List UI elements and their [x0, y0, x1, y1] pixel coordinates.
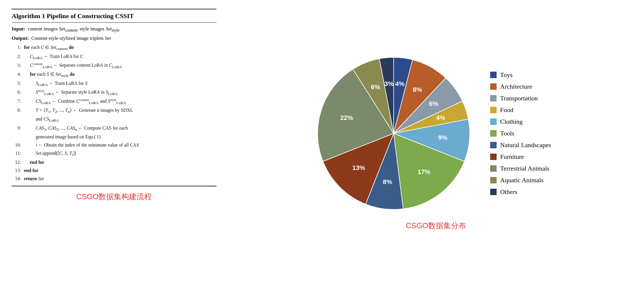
algorithm-input: Input: content images Setcontent, style … [12, 25, 216, 34]
pie-label-natural-landscapes: 8% [383, 178, 392, 185]
legend-color-9 [490, 177, 497, 183]
right-panel: 4%8%6%4%9%17%8%13%22%6%3% ToysArchitectu… [228, 0, 644, 282]
legend-color-5 [490, 130, 497, 137]
caption-right: CSGO数据集分布 [406, 221, 466, 231]
legend-item-tools: Tools [490, 130, 560, 137]
alg-line-3: 3: CcontentLoRA ← Separate content LoRA … [12, 61, 216, 70]
legend-color-1 [490, 83, 497, 90]
alg-line-8: 8: T = {T1, T2, ..., Tn} ← Generate n im… [12, 106, 216, 115]
legend-label-0: Toys [500, 71, 512, 79]
alg-line-12: 12: end for [12, 158, 216, 166]
legend-item-food: Food [490, 106, 560, 114]
legend-color-0 [490, 72, 497, 78]
legend-color-4 [490, 118, 497, 125]
alg-line-1: 1: for each C ∈ Setcontent do [12, 43, 216, 52]
legend-color-8 [490, 165, 497, 172]
legend-color-3 [490, 107, 497, 113]
alg-line-11: 11: Set.append([C, S, Ti]) [12, 149, 216, 158]
alg-line-7: 7: CSLoRA ← Combine CcontentLoRA and Sst… [12, 97, 216, 106]
algorithm-title: Algorithm 1 Pipeline of Constructing CSS… [12, 12, 216, 23]
alg-line-6: 6: SstyleLoRA ← Separate style LoRA in S… [12, 88, 216, 97]
left-panel: Algorithm 1 Pipeline of Constructing CSS… [0, 0, 228, 282]
pie-chart: 4%8%6%4%9%17%8%13%22%6%3% [312, 51, 476, 215]
alg-line-13: 13: end for [12, 166, 216, 175]
legend-color-6 [490, 142, 497, 148]
legend-item-natural-landscapes: Natural Landscapes [490, 141, 560, 149]
legend-color-2 [490, 95, 497, 102]
chart-and-legend: 4%8%6%4%9%17%8%13%22%6%3% ToysArchitectu… [240, 51, 632, 215]
legend-label-3: Food [500, 106, 513, 114]
legend-item-terrestrial-animals: Terrestrial Animals [490, 165, 560, 172]
pie-label-clothing: 9% [438, 134, 447, 141]
legend: ToysArchitectureTransportationFoodClothi… [490, 71, 560, 196]
pie-label-transportation: 6% [429, 100, 438, 107]
legend-label-1: Architecture [500, 83, 532, 90]
pie-label-aquatic-animals: 6% [371, 83, 380, 90]
pie-label-tools: 17% [418, 168, 431, 176]
legend-item-clothing: Clothing [490, 118, 560, 125]
algorithm-box: Algorithm 1 Pipeline of Constructing CSS… [12, 9, 216, 186]
pie-label-food: 4% [436, 114, 445, 121]
alg-line-4: 4: for each S ∈ Setstyle do [12, 70, 216, 79]
legend-item-architecture: Architecture [490, 83, 560, 90]
legend-label-4: Clothing [500, 118, 523, 125]
alg-line-5: 5: SLoRA ← Train LoRA for S [12, 79, 216, 88]
legend-item-others: Others [490, 188, 560, 196]
alg-line-9b: generated image based on Equ.( 1) [12, 133, 216, 141]
algorithm-output: Output: Content-style-stylized image tri… [12, 34, 216, 42]
legend-item-toys: Toys [490, 71, 560, 79]
pie-label-others: 3% [384, 80, 394, 87]
alg-line-14: 14: return Set [12, 175, 216, 183]
legend-label-2: Transportation [500, 94, 538, 102]
pie-label-toys: 4% [395, 80, 404, 87]
legend-label-8: Terrestrial Animals [500, 165, 550, 172]
pie-svg: 4%8%6%4%9%17%8%13%22%6%3% [312, 51, 476, 215]
legend-color-10 [490, 189, 497, 195]
alg-line-8b: and CSLoRA [12, 115, 216, 124]
legend-label-5: Tools [500, 130, 514, 137]
legend-label-7: Furniture [500, 153, 524, 161]
alg-line-2: 2: CLoRA ← Train LoRA for C [12, 52, 216, 61]
alg-line-9: 9: CAS1, CAS2, ..., CASn ← Compute CAS f… [12, 124, 216, 133]
pie-label-terrestrial-animals: 22% [340, 114, 353, 121]
legend-item-furniture: Furniture [490, 153, 560, 161]
algorithm-lines: 1: for each C ∈ Setcontent do 2: CLoRA ←… [12, 43, 216, 183]
caption-left: CSGO数据集构建流程 [12, 192, 216, 202]
legend-label-9: Aquatic Animals [500, 176, 543, 184]
alg-line-10: 10: i ← Obtain the index of the minimum … [12, 141, 216, 149]
legend-label-6: Natural Landscapes [500, 141, 551, 149]
legend-label-10: Others [500, 188, 517, 196]
legend-item-transportation: Transportation [490, 94, 560, 102]
pie-label-furniture: 13% [352, 164, 365, 171]
legend-item-aquatic-animals: Aquatic Animals [490, 176, 560, 184]
pie-label-architecture: 8% [413, 86, 422, 93]
legend-color-7 [490, 154, 497, 160]
